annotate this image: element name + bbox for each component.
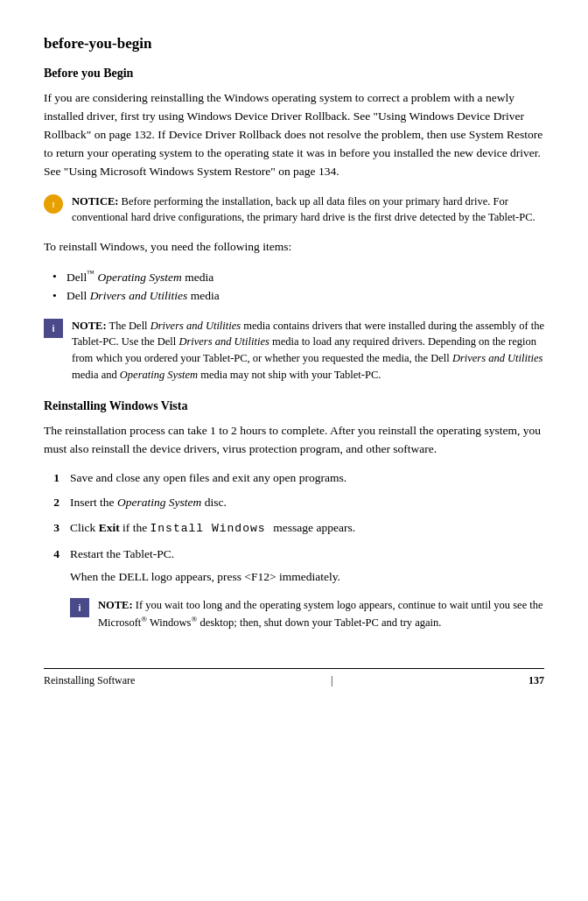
reinstall-intro-paragraph: The reinstallation process can take 1 to… [44, 422, 544, 459]
section-heading-reinstall: Reinstalling Windows Vista [44, 399, 544, 413]
step-text: Restart the Tablet-PC. [70, 547, 174, 560]
list-item: Dell Drivers and Utilities media [52, 286, 544, 306]
svg-text:!: ! [52, 201, 55, 209]
notice-label: NOTICE: [72, 195, 118, 208]
sub-note-icon: i [70, 598, 89, 617]
step-text: Click Exit if the Install Windows messag… [70, 519, 544, 538]
note-box: i NOTE: The Dell Drivers and Utilities m… [44, 318, 544, 384]
notice-icon: ! [44, 194, 63, 214]
required-items-list: Dell™ Operating System media Dell Driver… [52, 267, 544, 306]
step-text: Save and close any open files and exit a… [70, 469, 544, 488]
notice-box: ! NOTICE: Before performing the installa… [44, 194, 544, 227]
step-number: 4 [44, 546, 60, 564]
page-title: before-you-begin [44, 35, 544, 53]
steps-list: 1 Save and close any open files and exit… [44, 469, 544, 644]
intro-paragraph: If you are considering reinstalling the … [44, 89, 544, 181]
sub-note-label: NOTE: [98, 599, 133, 611]
step-text: Insert the Operating System disc. [70, 494, 544, 512]
sub-note-box: i NOTE: If you wait too long and the ope… [70, 597, 544, 631]
list-item: Dell™ Operating System media [52, 267, 544, 286]
note-text: NOTE: The Dell Drivers and Utilities med… [72, 318, 544, 384]
section-heading-before: Before you Begin [44, 67, 544, 81]
page-container: before-you-begin Before you Begin If you… [0, 0, 588, 705]
note-icon: i [44, 319, 63, 338]
footer-divider: | [331, 674, 332, 687]
footer-page-number: 137 [528, 674, 544, 687]
step-number: 3 [44, 519, 60, 538]
list-item: 2 Insert the Operating System disc. [44, 494, 544, 512]
step-number: 1 [44, 469, 60, 488]
list-item: 1 Save and close any open files and exit… [44, 469, 544, 488]
step-number: 2 [44, 494, 60, 512]
reinstall-intro: To reinstall Windows, you need the follo… [44, 238, 544, 257]
footer-left-text: Reinstalling Software [44, 674, 135, 687]
sub-text: When the DELL logo appears, press <F12> … [70, 568, 544, 587]
notice-text: NOTICE: Before performing the installati… [72, 194, 544, 227]
list-item: 3 Click Exit if the Install Windows mess… [44, 519, 544, 538]
page-footer: Reinstalling Software | 137 [44, 668, 544, 687]
sub-note-text: NOTE: If you wait too long and the opera… [98, 597, 544, 631]
list-item: 4 Restart the Tablet-PC. When the DELL l… [44, 546, 544, 644]
step-content: Restart the Tablet-PC. When the DELL log… [70, 546, 544, 644]
note-label: NOTE: [72, 320, 107, 332]
